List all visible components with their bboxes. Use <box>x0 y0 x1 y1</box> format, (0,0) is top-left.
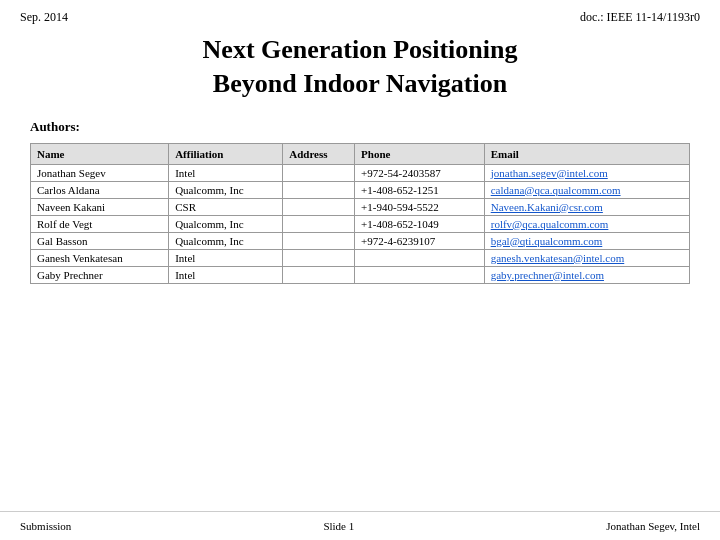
col-header-name: Name <box>31 143 169 164</box>
authors-label: Authors: <box>30 119 80 134</box>
cell-name: Naveen Kakani <box>31 198 169 215</box>
cell-phone: +1-408-652-1251 <box>355 181 485 198</box>
table-row: Rolf de VegtQualcomm, Inc+1-408-652-1049… <box>31 215 690 232</box>
table-row: Naveen KakaniCSR+1-940-594-5522Naveen.Ka… <box>31 198 690 215</box>
cell-email: rolfv@qca.qualcomm.com <box>484 215 689 232</box>
cell-affiliation: Intel <box>169 266 283 283</box>
cell-phone: +972-4-6239107 <box>355 232 485 249</box>
table-row: Ganesh VenkatesanIntelganesh.venkatesan@… <box>31 249 690 266</box>
cell-phone <box>355 249 485 266</box>
footer-center: Slide 1 <box>323 520 354 532</box>
cell-address <box>283 164 355 181</box>
col-header-address: Address <box>283 143 355 164</box>
cell-affiliation: Qualcomm, Inc <box>169 181 283 198</box>
cell-email: Naveen.Kakani@csr.com <box>484 198 689 215</box>
cell-address <box>283 232 355 249</box>
table-row: Jonathan SegevIntel+972-54-2403587jonath… <box>31 164 690 181</box>
col-header-phone: Phone <box>355 143 485 164</box>
authors-table: Name Affiliation Address Phone Email Jon… <box>30 143 690 284</box>
header-date: Sep. 2014 <box>20 10 68 25</box>
cell-affiliation: Intel <box>169 164 283 181</box>
cell-email: ganesh.venkatesan@intel.com <box>484 249 689 266</box>
footer-left: Submission <box>20 520 71 532</box>
table-row: Carlos AldanaQualcomm, Inc+1-408-652-125… <box>31 181 690 198</box>
cell-name: Gaby Prechner <box>31 266 169 283</box>
cell-name: Carlos Aldana <box>31 181 169 198</box>
col-header-email: Email <box>484 143 689 164</box>
cell-address <box>283 198 355 215</box>
cell-email: bgal@qti.qualcomm.com <box>484 232 689 249</box>
cell-phone: +972-54-2403587 <box>355 164 485 181</box>
col-header-affiliation: Affiliation <box>169 143 283 164</box>
table-row: Gaby PrechnerIntelgaby.prechner@intel.co… <box>31 266 690 283</box>
cell-address <box>283 181 355 198</box>
cell-name: Gal Basson <box>31 232 169 249</box>
table-row: Gal BassonQualcomm, Inc+972-4-6239107bga… <box>31 232 690 249</box>
cell-email: gaby.prechner@intel.com <box>484 266 689 283</box>
cell-affiliation: Intel <box>169 249 283 266</box>
cell-name: Ganesh Venkatesan <box>31 249 169 266</box>
cell-name: Rolf de Vegt <box>31 215 169 232</box>
cell-address <box>283 215 355 232</box>
footer-right: Jonathan Segev, Intel <box>606 520 700 532</box>
cell-phone: +1-408-652-1049 <box>355 215 485 232</box>
cell-phone <box>355 266 485 283</box>
cell-phone: +1-940-594-5522 <box>355 198 485 215</box>
cell-affiliation: Qualcomm, Inc <box>169 232 283 249</box>
cell-address <box>283 266 355 283</box>
cell-name: Jonathan Segev <box>31 164 169 181</box>
cell-affiliation: CSR <box>169 198 283 215</box>
cell-affiliation: Qualcomm, Inc <box>169 215 283 232</box>
slide-title: Next Generation Positioning Beyond Indoo… <box>20 33 700 101</box>
cell-address <box>283 249 355 266</box>
cell-email: caldana@qca.qualcomm.com <box>484 181 689 198</box>
cell-email: jonathan.segev@intel.com <box>484 164 689 181</box>
header-doc: doc.: IEEE 11-14/1193r0 <box>580 10 700 25</box>
